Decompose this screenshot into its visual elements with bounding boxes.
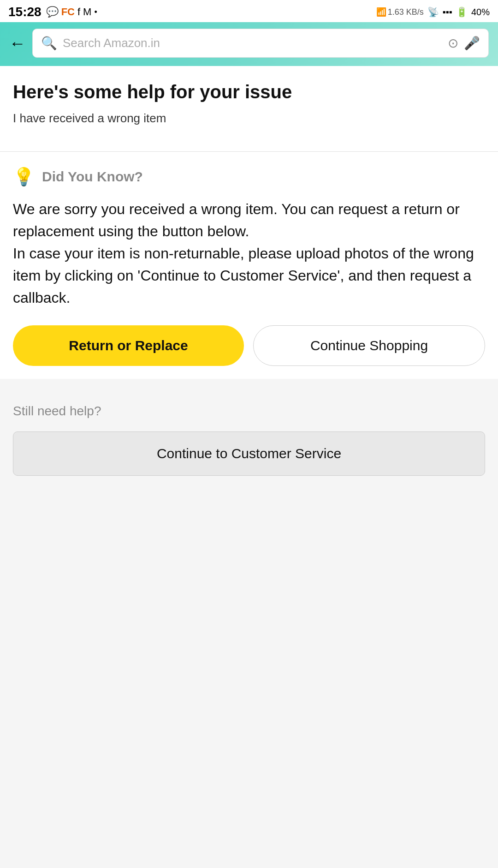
gmail-icon: M [83, 6, 91, 18]
action-buttons-row: Return or Replace Continue Shopping [13, 325, 485, 366]
help-body-text: We are sorry you received a wrong item. … [13, 198, 485, 309]
status-right: 📶 1.63 KB/s 📡 ▪▪▪ 🔋 40% [376, 6, 490, 18]
camera-search-icon[interactable]: ⊙ [448, 36, 458, 51]
signal-bars: ▪▪▪ [443, 7, 452, 18]
wifi-icon: 📡 [427, 6, 439, 18]
back-button[interactable]: ← [9, 34, 26, 53]
status-left: 15:28 💬 FC f M • [8, 5, 97, 19]
search-bar[interactable]: 🔍 Search Amazon.in ⊙ 🎤 [32, 29, 489, 58]
header: ← 🔍 Search Amazon.in ⊙ 🎤 [0, 22, 498, 66]
battery-level: 40% [471, 7, 490, 18]
network-info: 📶 1.63 KB/s [376, 7, 424, 17]
whatsapp-icon: 💬 [46, 6, 59, 18]
lightbulb-icon: 💡 [13, 167, 35, 187]
page-title: Here's some help for your issue [13, 81, 485, 103]
return-or-replace-button[interactable]: Return or Replace [13, 325, 244, 366]
did-you-know-label: Did You Know? [42, 169, 143, 185]
search-icon: 🔍 [41, 36, 57, 51]
main-content: Here's some help for your issue I have r… [0, 66, 498, 151]
status-icons: 💬 FC f M • [46, 6, 97, 18]
status-dot: • [94, 7, 97, 17]
issue-subtitle: I have received a wrong item [13, 111, 485, 126]
speed-text: 1.63 KB/s [388, 7, 424, 17]
section-gap [0, 379, 498, 387]
status-time: 15:28 [8, 5, 42, 19]
continue-shopping-button[interactable]: Continue Shopping [253, 325, 485, 366]
continue-to-customer-service-button[interactable]: Continue to Customer Service [13, 431, 485, 476]
did-you-know-header: 💡 Did You Know? [13, 167, 485, 187]
still-need-help-label: Still need help? [13, 404, 485, 419]
fc-icon: FC [61, 6, 75, 18]
microphone-icon[interactable]: 🎤 [464, 36, 480, 51]
search-placeholder: Search Amazon.in [63, 36, 442, 50]
facebook-icon: f [77, 6, 80, 18]
battery-icon: 🔋 [456, 6, 468, 18]
status-bar: 15:28 💬 FC f M • 📶 1.63 KB/s 📡 ▪▪▪ 🔋 40% [0, 0, 498, 22]
still-need-help-section: Still need help? Continue to Customer Se… [0, 387, 498, 489]
did-you-know-section: 💡 Did You Know? We are sorry you receive… [0, 152, 498, 379]
